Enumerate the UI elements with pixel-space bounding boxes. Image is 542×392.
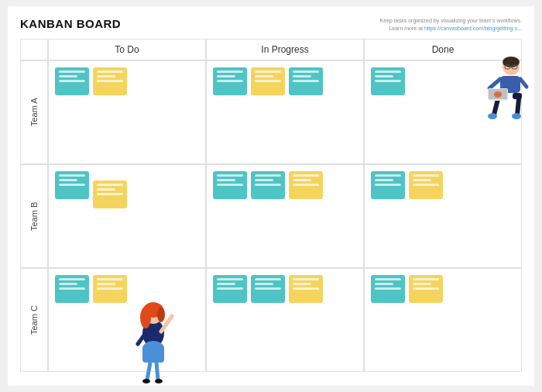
cell-a-done bbox=[364, 60, 522, 164]
card-line bbox=[375, 80, 401, 82]
card-line bbox=[293, 179, 311, 181]
card-line bbox=[255, 174, 281, 177]
svg-point-12 bbox=[155, 379, 163, 383]
card-line bbox=[97, 287, 123, 290]
card bbox=[371, 67, 405, 95]
card bbox=[371, 171, 405, 199]
card-line bbox=[217, 278, 243, 280]
board-title: KANBAN BOARD bbox=[20, 17, 121, 30]
card bbox=[55, 171, 89, 199]
card-line bbox=[217, 287, 243, 290]
kanban-board: KANBAN BOARD Keep tasks organized by vis… bbox=[8, 6, 534, 386]
card-line bbox=[217, 80, 243, 82]
card bbox=[93, 181, 127, 208]
row-header-team-c: Team C bbox=[20, 268, 48, 372]
card-line bbox=[255, 70, 281, 73]
card-line bbox=[375, 179, 393, 181]
card-line bbox=[375, 70, 401, 73]
cell-c-done bbox=[364, 268, 522, 372]
card-line bbox=[255, 278, 281, 280]
card-line bbox=[97, 75, 115, 77]
subtitle-link[interactable]: https://canvasboard.com/blog/getting-s..… bbox=[424, 26, 522, 31]
card bbox=[213, 171, 247, 199]
card-line bbox=[375, 184, 401, 186]
card-line bbox=[59, 70, 85, 73]
board-subtitle: Keep tasks organized by visualizing your… bbox=[380, 17, 522, 33]
card bbox=[409, 171, 443, 199]
row-header-team-b: Team B bbox=[20, 164, 48, 268]
card bbox=[289, 171, 323, 199]
card-line bbox=[59, 179, 77, 181]
card-line bbox=[413, 179, 431, 181]
card-line bbox=[255, 283, 273, 285]
card bbox=[93, 275, 127, 303]
card-line bbox=[255, 179, 273, 181]
card-line bbox=[375, 287, 401, 290]
card-line bbox=[413, 287, 439, 290]
card-line bbox=[217, 174, 243, 177]
card-line bbox=[217, 184, 243, 186]
card bbox=[213, 67, 247, 95]
subtitle-line1: Keep tasks organized by visualizing your… bbox=[380, 18, 522, 23]
card-line bbox=[97, 278, 123, 280]
card-line bbox=[293, 70, 319, 73]
card bbox=[55, 275, 89, 303]
card-line bbox=[217, 179, 235, 181]
card-line bbox=[97, 80, 123, 82]
card-line bbox=[217, 283, 235, 285]
card-line bbox=[293, 278, 319, 280]
card-line bbox=[217, 70, 243, 73]
card-line bbox=[413, 174, 439, 177]
card-line bbox=[375, 283, 393, 285]
card bbox=[93, 67, 127, 95]
card-line bbox=[59, 184, 85, 186]
card-line bbox=[97, 283, 115, 285]
card-line bbox=[413, 184, 439, 186]
card bbox=[289, 275, 323, 303]
card bbox=[251, 171, 285, 199]
card bbox=[251, 275, 285, 303]
card-line bbox=[293, 80, 319, 82]
card-line bbox=[59, 283, 77, 285]
card-line bbox=[97, 193, 123, 195]
kanban-grid: To Do In Progress Done Team A bbox=[20, 39, 522, 372]
card bbox=[55, 67, 89, 95]
card-line bbox=[59, 278, 85, 280]
card-line bbox=[97, 184, 123, 186]
board-header: KANBAN BOARD Keep tasks organized by vis… bbox=[20, 17, 522, 33]
cell-c-todo bbox=[48, 268, 206, 372]
card bbox=[213, 275, 247, 303]
card-line bbox=[97, 188, 115, 191]
card-line bbox=[255, 287, 281, 290]
svg-point-11 bbox=[142, 379, 150, 383]
card-line bbox=[255, 184, 281, 186]
cell-b-todo bbox=[48, 164, 206, 268]
card-line bbox=[255, 75, 273, 77]
card-line bbox=[293, 75, 311, 77]
card bbox=[371, 275, 405, 303]
card-line bbox=[255, 80, 281, 82]
col-header-todo: To Do bbox=[48, 39, 206, 60]
col-header-inprogress: In Progress bbox=[206, 39, 364, 60]
card bbox=[289, 67, 323, 95]
cell-b-inprogress bbox=[206, 164, 364, 268]
card-line bbox=[293, 184, 319, 186]
cell-b-done bbox=[364, 164, 522, 268]
col-header-done: Done bbox=[364, 39, 522, 60]
card-line bbox=[375, 174, 401, 177]
card-line bbox=[217, 75, 235, 77]
card-line bbox=[59, 80, 85, 82]
card-line bbox=[413, 278, 439, 280]
card-line bbox=[293, 283, 311, 285]
card-line bbox=[413, 283, 431, 285]
corner-cell bbox=[20, 39, 48, 60]
card-line bbox=[59, 75, 77, 77]
cell-a-inprogress bbox=[206, 60, 364, 164]
subtitle-line2: Learn more at https://canvasboard.com/bl… bbox=[389, 26, 522, 31]
card-line bbox=[59, 287, 85, 290]
cell-c-inprogress bbox=[206, 268, 364, 372]
card-line bbox=[375, 278, 401, 280]
card bbox=[251, 67, 285, 95]
card-line bbox=[293, 287, 319, 290]
row-header-team-a: Team A bbox=[20, 60, 48, 164]
